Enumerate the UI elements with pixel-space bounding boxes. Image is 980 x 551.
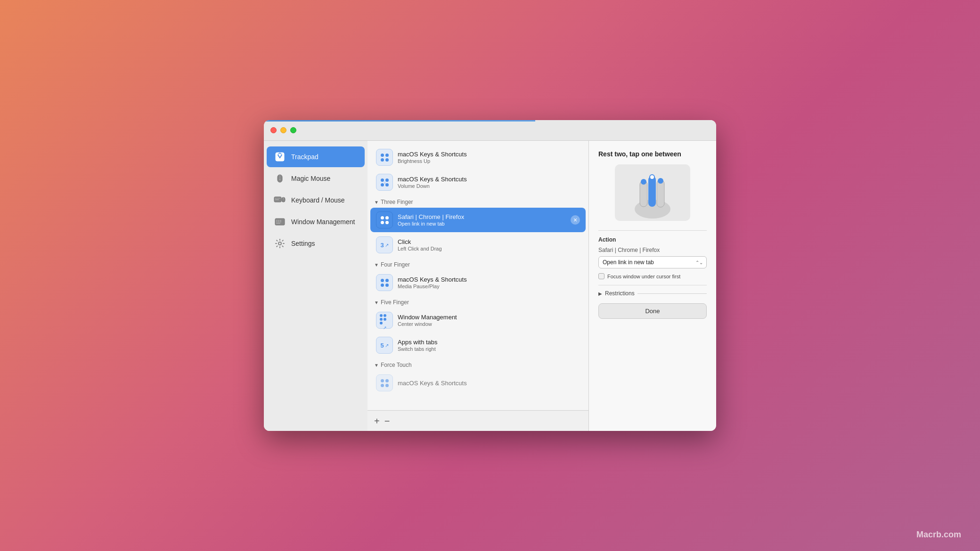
click-drag-text: Click Left Click and Drag [398,238,580,251]
sidebar-label-window-management: Window Management [291,218,355,226]
force-touch-macos-text: macOS Keys & Shortcuts [398,380,580,387]
svg-point-3 [279,179,281,180]
restrictions-divider [637,293,707,294]
center-window-subtitle: Center window [398,321,580,327]
done-button[interactable]: Done [598,303,707,319]
force-touch-chevron: ▼ [374,363,379,368]
safari-icon [376,211,393,228]
add-button[interactable]: + [374,416,380,426]
sidebar-label-magic-mouse: Magic Mouse [291,175,330,182]
close-button[interactable] [270,127,277,133]
list-footer: + − [368,410,588,431]
list-panel: macOS Keys & Shortcuts Brightness Up ↓ [368,141,589,431]
svg-rect-19 [276,223,280,224]
settings-icon [273,237,286,250]
sidebar-item-trackpad[interactable]: Trackpad [267,146,365,167]
sidebar: Trackpad Magic Mouse [264,141,368,431]
action-label: Action [598,236,707,243]
svg-rect-23 [648,176,656,207]
brightness-up-icon [376,149,393,166]
action-select[interactable]: Open link in new tab Open link in backgr… [598,256,707,268]
titlebar [264,120,716,141]
list-item-center-window[interactable]: ↗ Window Management Center window [370,308,586,332]
brightness-up-title: macOS Keys & Shortcuts [398,151,580,158]
svg-rect-15 [280,220,281,221]
svg-point-25 [650,175,654,179]
sidebar-item-window-management[interactable]: Window Management [267,211,365,232]
sidebar-item-keyboard-mouse[interactable]: Keyboard / Mouse [267,190,365,211]
window-management-icon [273,215,286,228]
list-item-switch-tabs[interactable]: 5 ↗ Apps with tabs Switch tabs right [370,333,586,357]
remove-button[interactable]: − [384,416,390,426]
sidebar-item-magic-mouse[interactable]: Magic Mouse [267,168,365,189]
action-section: Action Safari | Chrome | Firefox Open li… [598,230,707,285]
click-drag-icon: 3 ↗ [376,236,393,253]
section-five-finger[interactable]: ▼ Five Finger [368,295,588,308]
volume-down-title: macOS Keys & Shortcuts [398,176,580,183]
progress-bar [264,120,716,122]
gesture-list[interactable]: macOS Keys & Shortcuts Brightness Up ↓ [368,141,588,410]
maximize-button[interactable] [290,127,296,133]
restrictions-triangle-icon: ▶ [598,291,602,296]
svg-point-27 [658,178,663,184]
section-three-finger[interactable]: ▼ Three Finger [368,195,588,207]
media-pause-text: macOS Keys & Shortcuts Media Pause/Play [398,276,580,289]
svg-rect-16 [276,221,278,222]
action-select-wrapper: Open link in new tab Open link in backgr… [598,256,707,268]
click-drag-subtitle: Left Click and Drag [398,246,580,251]
svg-rect-14 [278,220,279,221]
switch-tabs-icon: 5 ↗ [376,337,393,354]
section-force-touch[interactable]: ▼ Force Touch [368,358,588,370]
svg-point-20 [278,242,281,245]
media-pause-icon [376,274,393,291]
main-window: Trackpad Magic Mouse [264,120,716,431]
safari-subtitle: Open link in new tab [398,221,566,227]
click-drag-title: Click [398,238,580,245]
sidebar-label-keyboard-mouse: Keyboard / Mouse [291,196,345,204]
detail-panel: Rest two, tap one between [589,141,716,431]
list-item-volume-down[interactable]: ↓ macOS Keys & Shortcuts Volume Down [370,170,586,194]
focus-window-label: Focus window under cursor first [607,274,680,279]
restrictions-label: Restrictions [605,290,635,297]
detail-title: Rest two, tap one between [598,150,707,158]
watermark: Macrb.com [916,530,961,540]
svg-rect-6 [277,198,278,199]
delete-safari-button[interactable]: × [571,215,580,225]
gesture-hand-svg [617,167,688,219]
list-item-brightness-up[interactable]: macOS Keys & Shortcuts Brightness Up [370,145,586,170]
sidebar-label-trackpad: Trackpad [291,153,318,161]
magic-mouse-icon [273,172,286,185]
svg-rect-7 [278,198,279,199]
list-item-force-touch-macos[interactable]: macOS Keys & Shortcuts [370,371,586,395]
content-area: Trackpad Magic Mouse [264,141,716,431]
minimize-button[interactable] [280,127,286,133]
trackpad-icon [273,150,286,163]
svg-rect-0 [276,153,284,161]
focus-window-checkbox[interactable] [598,273,604,279]
volume-down-icon: ↓ [376,174,393,191]
svg-rect-5 [275,198,276,199]
four-finger-chevron: ▼ [374,262,379,267]
svg-point-26 [641,179,646,185]
section-four-finger[interactable]: ▼ Four Finger [368,258,588,270]
sidebar-item-settings[interactable]: Settings [267,233,365,254]
list-item-safari-open-link[interactable]: Safari | Chrome | Firefox Open link in n… [370,208,586,232]
force-touch-label: Force Touch [381,362,412,368]
gesture-image [615,164,690,221]
svg-rect-13 [276,220,278,221]
list-item-media-pause[interactable]: macOS Keys & Shortcuts Media Pause/Play [370,270,586,295]
three-finger-label: Three Finger [381,199,413,205]
center-window-icon: ↗ [376,312,393,329]
brightness-up-text: macOS Keys & Shortcuts Brightness Up [398,151,580,164]
list-item-click-drag[interactable]: 3 ↗ Click Left Click and Drag [370,233,586,257]
volume-down-text: macOS Keys & Shortcuts Volume Down [398,176,580,189]
switch-tabs-text: Apps with tabs Switch tabs right [398,339,580,352]
focus-window-row: Focus window under cursor first [598,273,707,279]
five-finger-chevron: ▼ [374,300,379,305]
restrictions-row: ▶ Restrictions [598,285,707,297]
safari-title: Safari | Chrome | Firefox [398,213,566,220]
media-pause-subtitle: Media Pause/Play [398,284,580,289]
svg-rect-9 [275,199,279,200]
switch-tabs-title: Apps with tabs [398,339,580,346]
volume-down-subtitle: Volume Down [398,183,580,189]
